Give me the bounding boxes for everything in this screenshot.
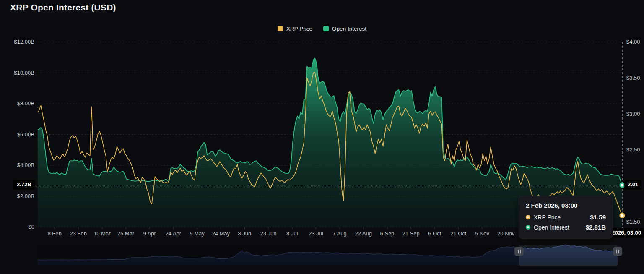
y-axis-label-left: $2.00B [0, 193, 34, 199]
y-axis-label-left: $6.00B [0, 131, 34, 138]
chart-tooltip: 2 Feb 2026, 03:00 XRP Price $1.59 Open I… [519, 196, 613, 239]
xrp-price-dot-icon [526, 215, 530, 219]
tooltip-value-open-interest: $2.81B [586, 224, 606, 231]
y-axis-label-right: $1.50 [626, 219, 640, 225]
crosshair-price-badge: 2.01 [624, 180, 641, 190]
y-axis-label-left: $4.00B [0, 162, 34, 168]
y-axis-label-left: $12.00B [0, 39, 34, 45]
navigator-selected-window[interactable] [519, 245, 618, 266]
y-axis-label-right: $3.50 [626, 75, 640, 81]
y-axis-label-left: $10.00B [0, 70, 34, 76]
xrp-open-interest-chart: XRP Open Interest (USD) XRP Price Open I… [0, 0, 644, 274]
tooltip-label-open-interest: Open Interest [534, 224, 582, 231]
y-axis-label-right: $3.00 [626, 111, 640, 117]
tooltip-row-open-interest: Open Interest $2.81B [526, 224, 606, 231]
navigator-left-handle[interactable] [514, 247, 524, 256]
navigator-right-handle[interactable] [613, 247, 622, 256]
crosshair-open-interest-badge: 2.72B [13, 180, 35, 190]
y-axis-label-left: $8.00B [0, 100, 34, 107]
tooltip-value-xrp-price: $1.59 [590, 214, 606, 221]
y-axis-label-right: $2.50 [626, 146, 640, 153]
y-axis-label-right: $4.00 [626, 39, 640, 45]
tooltip-timestamp: 2 Feb 2026, 03:00 [526, 202, 606, 209]
tooltip-row-xrp-price: XRP Price $1.59 [526, 214, 606, 221]
y-axis-label-left: $0 [0, 224, 34, 230]
open-interest-dot-icon [526, 225, 530, 230]
tooltip-label-xrp-price: XRP Price [534, 214, 587, 221]
x-axis-label: 20 Nov [492, 230, 520, 237]
